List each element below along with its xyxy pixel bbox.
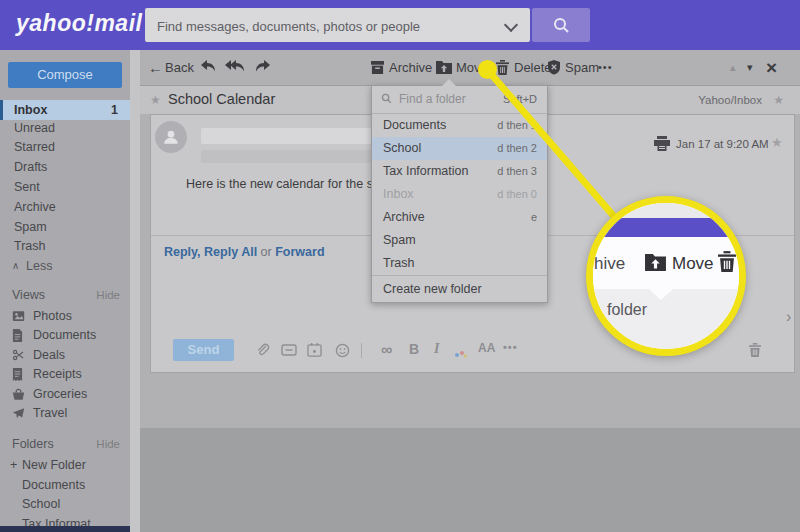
- print-icon[interactable]: [654, 136, 670, 151]
- spam-shield-icon[interactable]: [547, 60, 561, 75]
- sidebar-item-travel[interactable]: Travel: [0, 404, 130, 423]
- forward-link[interactable]: Forward: [275, 245, 324, 259]
- page-background-lower: [140, 428, 800, 532]
- delete-trash-icon[interactable]: [496, 60, 509, 75]
- menu-item-label: Documents: [383, 114, 446, 137]
- search-bar[interactable]: [145, 8, 530, 42]
- forward-icon[interactable]: [254, 59, 271, 74]
- calendar-icon[interactable]: [307, 343, 322, 357]
- reply-link[interactable]: Reply,: [164, 245, 201, 259]
- emoji-icon[interactable]: [335, 343, 350, 358]
- sidebar-item-label: Documents: [33, 326, 96, 345]
- document-icon: [12, 329, 23, 342]
- search-icon: [552, 16, 570, 34]
- archive-button[interactable]: Archive: [389, 50, 432, 85]
- callout-origin-dot: [478, 60, 497, 79]
- more-formatting-icon[interactable]: •••: [503, 341, 518, 353]
- menu-item-archive[interactable]: Archive e: [372, 206, 547, 229]
- menu-item-inbox: Inbox d then 0: [372, 183, 547, 206]
- send-button[interactable]: Send: [173, 339, 234, 361]
- color-palette-icon[interactable]: [454, 349, 468, 359]
- sidebar-scrollbar[interactable]: [130, 50, 140, 532]
- star-icon[interactable]: ★: [773, 93, 784, 107]
- new-folder-button[interactable]: + New Folder: [0, 456, 130, 475]
- chevron-right-icon[interactable]: ›: [786, 308, 791, 326]
- create-new-folder-button[interactable]: Create new folder: [372, 275, 547, 302]
- italic-icon[interactable]: I: [434, 341, 439, 357]
- chevron-down-icon[interactable]: [504, 18, 518, 32]
- callout-move-label: Move: [672, 254, 714, 274]
- back-arrow-icon[interactable]: ←: [148, 50, 163, 85]
- reply-all-link[interactable]: Reply All: [204, 245, 257, 259]
- spam-button[interactable]: Spam: [565, 50, 599, 85]
- menu-item-school[interactable]: School d then 2: [372, 137, 547, 160]
- menu-item-trash[interactable]: Trash: [372, 252, 547, 275]
- sidebar-item-groceries[interactable]: Groceries: [0, 385, 130, 404]
- plus-icon: +: [10, 456, 17, 475]
- sidebar-item-label: Spam: [14, 217, 47, 237]
- menu-item-spam[interactable]: Spam: [372, 229, 547, 252]
- sidebar-item-deals[interactable]: Deals: [0, 346, 130, 365]
- or-text: or: [261, 245, 272, 259]
- sidebar: Compose Inbox 1 Unread Starred Drafts Se…: [0, 50, 130, 532]
- message-location: Yahoo/Inbox: [698, 94, 762, 106]
- sidebar-item-drafts[interactable]: Drafts: [0, 157, 130, 177]
- discard-draft-icon[interactable]: [749, 343, 761, 357]
- new-folder-label: New Folder: [22, 456, 86, 475]
- archive-icon[interactable]: [370, 61, 385, 74]
- more-actions-button[interactable]: •••: [598, 50, 613, 85]
- attach-icon[interactable]: [255, 343, 270, 358]
- sidebar-item-archive[interactable]: Archive: [0, 197, 130, 217]
- scissors-icon: [12, 349, 25, 361]
- search-button[interactable]: [532, 8, 590, 42]
- menu-item-shortcut: d then 0: [497, 183, 537, 206]
- bottom-navy-strip: [0, 526, 130, 532]
- menu-item-label: Archive: [383, 206, 425, 229]
- link-icon[interactable]: ∞: [381, 341, 392, 359]
- less-toggle[interactable]: ∧ Less: [0, 256, 130, 276]
- folders-hide-link[interactable]: Hide: [96, 435, 120, 453]
- sidebar-item-documents[interactable]: Documents: [0, 326, 130, 345]
- delete-button[interactable]: Delete: [514, 50, 552, 85]
- reply-icon[interactable]: [200, 59, 217, 74]
- sidebar-item-starred[interactable]: Starred: [0, 137, 130, 157]
- views-hide-link[interactable]: Hide: [96, 286, 120, 304]
- folder-item-school[interactable]: School: [0, 495, 130, 514]
- sidebar-item-photos[interactable]: Photos: [0, 307, 130, 326]
- menu-item-shortcut: e: [531, 206, 537, 229]
- bold-icon[interactable]: B: [409, 341, 419, 357]
- reply-all-icon[interactable]: [224, 59, 246, 74]
- menu-item-tax-information[interactable]: Tax Information d then 3: [372, 160, 547, 183]
- find-folder-placeholder: Find a folder: [399, 86, 466, 113]
- magnifier-callout: folder hive Move: [586, 196, 746, 356]
- sidebar-item-spam[interactable]: Spam: [0, 217, 130, 237]
- sidebar-item-label: Sent: [14, 177, 40, 197]
- font-size-icon[interactable]: AA: [478, 341, 495, 355]
- star-icon[interactable]: ★: [771, 135, 783, 150]
- search-input[interactable]: [155, 8, 489, 44]
- collapse-up-icon[interactable]: ▴: [730, 50, 736, 85]
- menu-notch: [442, 79, 456, 86]
- folder-item-documents[interactable]: Documents: [0, 476, 130, 495]
- star-icon[interactable]: ★: [150, 93, 161, 107]
- airplane-icon: [12, 407, 25, 419]
- menu-item-shortcut: d then 2: [497, 137, 537, 160]
- views-section-header: Views Hide: [0, 286, 130, 304]
- gif-icon[interactable]: [281, 343, 297, 357]
- close-icon[interactable]: ×: [766, 50, 777, 85]
- back-button[interactable]: Back: [165, 50, 194, 85]
- move-folder-icon[interactable]: [436, 61, 452, 74]
- yahoo-mail-logo[interactable]: yahoo!mail: [16, 10, 142, 37]
- sidebar-item-label: Unread: [14, 118, 55, 138]
- sidebar-item-inbox[interactable]: Inbox 1: [0, 100, 130, 120]
- collapse-down-icon[interactable]: ▾: [747, 50, 753, 85]
- menu-item-label: School: [383, 137, 421, 160]
- sidebar-item-receipts[interactable]: Receipts: [0, 365, 130, 384]
- menu-item-label: Spam: [383, 229, 416, 252]
- menu-item-documents[interactable]: Documents d then 1: [372, 114, 547, 137]
- folders-section-header: Folders Hide: [0, 435, 130, 453]
- sidebar-item-sent[interactable]: Sent: [0, 177, 130, 197]
- sidebar-item-unread[interactable]: Unread: [0, 118, 130, 138]
- compose-button[interactable]: Compose: [8, 62, 122, 88]
- sidebar-item-trash[interactable]: Trash: [0, 236, 130, 256]
